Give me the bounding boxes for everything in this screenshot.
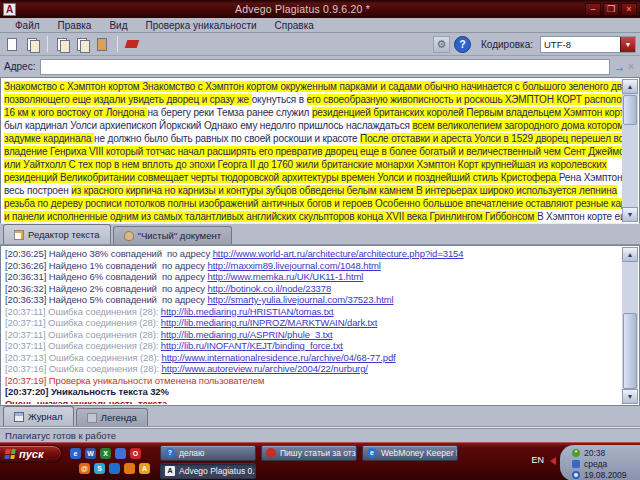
system-tray: * 20:38 среда 19.08.2009 xyxy=(560,445,640,480)
language-indicator[interactable]: EN xyxy=(531,455,544,465)
go-arrow-icon[interactable]: → xyxy=(613,60,625,74)
quick-launch: eWXO @SA xyxy=(70,446,156,476)
log-entry-error: [20:37:13] Ошибка соединения (28): http:… xyxy=(5,352,622,364)
paste-icon[interactable] xyxy=(94,36,111,53)
editor-scrollbar[interactable]: ▲ ▼ xyxy=(622,79,638,222)
taskbar: пуск eWXO @SA ?делаюПишу статьи за отз..… xyxy=(0,442,640,480)
encoding-value: UTF-8 xyxy=(541,37,620,52)
journal-tab-icon xyxy=(14,412,24,422)
clear-icon[interactable]: × xyxy=(628,61,634,72)
tab-label: Редактор текста xyxy=(28,229,100,240)
document-line: Знакомство с Хэмптон кортом Знакомство с… xyxy=(4,80,622,93)
clock-weekday: среда xyxy=(584,459,607,469)
excel-icon[interactable]: X xyxy=(100,448,111,459)
toolbar-separator xyxy=(117,36,118,52)
webmoney-agent-icon[interactable]: * xyxy=(572,449,580,457)
close-button[interactable]: × xyxy=(621,3,637,16)
settings-gear-icon[interactable]: ⚙ xyxy=(433,36,450,53)
tab-Редактор текста[interactable]: Редактор текста xyxy=(3,224,111,244)
tab-label: "Чистый" документ xyxy=(138,230,221,241)
address-input[interactable] xyxy=(40,59,610,75)
result-link[interactable]: http://lib.ru/INOFANT/KEJT/binding_force… xyxy=(161,340,343,351)
start-button[interactable]: пуск xyxy=(0,445,62,463)
taskbar-button-Пишу статьи за отз...[interactable]: Пишу статьи за отз... xyxy=(261,445,357,461)
address-row: Адрес: → × xyxy=(0,56,640,77)
help-icon[interactable]: ? xyxy=(454,36,471,53)
tab-Легенда[interactable]: Легенда xyxy=(76,408,148,426)
menu-item-Справка[interactable]: Справка xyxy=(266,20,323,31)
restore-button[interactable]: ❒ xyxy=(603,3,619,16)
log-entry-result: [20:37:20] Уникальность текста 32% xyxy=(5,386,622,398)
media-player-icon[interactable] xyxy=(109,463,120,474)
result-link[interactable]: http://www.internationalresidence.ru/arc… xyxy=(162,352,396,363)
mail-icon[interactable]: @ xyxy=(79,463,90,474)
cut-icon[interactable] xyxy=(54,36,71,53)
check-uniqueness-icon[interactable] xyxy=(124,36,141,53)
scroll-thumb[interactable] xyxy=(623,95,637,125)
result-link[interactable]: http://www.world-art.ru/architecture/arc… xyxy=(213,248,464,259)
document-line: весь построен из красного кирпича но кар… xyxy=(4,184,622,197)
task-row1: ?делаюПишу статьи за отз...eWebMoney Kee… xyxy=(160,445,458,461)
result-link[interactable]: http://smarty-yulia.livejournal.com/3752… xyxy=(208,294,394,305)
result-link[interactable]: http://botinok.co.il/node/23378 xyxy=(208,283,332,294)
document-line: задумке кардинала не должно было быть ра… xyxy=(4,132,622,145)
taskbar-button-делаю[interactable]: ?делаю xyxy=(160,445,256,461)
result-link[interactable]: http://lib.mediaring.ru/ASPRIN/phule_3.t… xyxy=(161,329,333,340)
scroll-down-icon[interactable]: ▼ xyxy=(622,389,638,404)
clock-time: 20:38 xyxy=(584,448,605,458)
minimize-button[interactable]: – xyxy=(585,3,601,16)
menu-item-Файл[interactable]: Файл xyxy=(6,20,49,31)
word-icon[interactable]: W xyxy=(85,448,96,459)
firefox-icon[interactable] xyxy=(124,463,135,474)
result-link[interactable]: http://www.autoreview.ru/archive/2004/22… xyxy=(162,363,368,374)
app-icon: A xyxy=(3,3,16,16)
result-link[interactable]: http://lib.mediaring.ru/HRISTIAN/tomas.t… xyxy=(161,306,334,317)
tab-"Чистый" документ[interactable]: "Чистый" документ xyxy=(113,226,232,244)
log-entry-error: [20:37:11] Ошибка соединения (28): http:… xyxy=(5,329,622,341)
scroll-up-icon[interactable]: ▲ xyxy=(622,247,638,262)
result-link[interactable]: http://lib.mediaring.ru/INPROZ/MARKTWAIN… xyxy=(161,317,377,328)
task-buttons: ?делаюПишу статьи за отз...eWebMoney Kee… xyxy=(160,445,458,480)
menu-item-Проверка уникальности[interactable]: Проверка уникальности xyxy=(136,20,265,31)
result-link[interactable]: http://www.memka.ru/UK/UK11-1.html xyxy=(208,271,364,282)
scroll-up-icon[interactable]: ▲ xyxy=(622,79,638,94)
scroll-down-icon[interactable]: ▼ xyxy=(622,207,638,222)
taskbar-button-label: делаю xyxy=(179,448,204,458)
toolbar-separator xyxy=(47,36,48,52)
skype-icon[interactable]: S xyxy=(94,463,105,474)
clock-icon[interactable] xyxy=(572,471,580,479)
new-document-icon[interactable] xyxy=(4,36,21,53)
chevron-down-icon[interactable]: ▼ xyxy=(620,37,635,52)
text-editor-content[interactable]: Знакомство с Хэмптон кортом Знакомство с… xyxy=(2,79,622,222)
tab-label: Журнал xyxy=(28,411,63,422)
document-line: был кардинал Уолси архиепископ Йоркский … xyxy=(4,119,622,132)
log-entry-found: [20:36:33] Найдено 5% совпадений по адре… xyxy=(5,294,622,306)
log-panel: [20:36:25] Найдено 38% совпадений по адр… xyxy=(0,245,640,406)
log-scrollbar[interactable]: ▲ ▼ xyxy=(622,247,638,404)
menu-item-Правка[interactable]: Правка xyxy=(49,20,101,31)
opera-icon[interactable]: O xyxy=(130,448,141,459)
scroll-thumb[interactable] xyxy=(623,313,637,389)
paint-icon[interactable] xyxy=(115,448,126,459)
copy-icon[interactable] xyxy=(74,36,91,53)
tray-app-icon[interactable] xyxy=(572,460,580,468)
result-link[interactable]: http://maxxim89.livejournal.com/1048.htm… xyxy=(208,260,381,271)
clock-date: 19.08.2009 xyxy=(584,470,627,480)
open-document-icon[interactable] xyxy=(24,36,41,53)
taskbar-button-WebMoney Keeper Li...[interactable]: eWebMoney Keeper Li... xyxy=(362,445,458,461)
taskbar-button-Advego Plagiatus 0.9...[interactable]: AAdvego Plagiatus 0.9... xyxy=(160,463,256,479)
tab-Журнал[interactable]: Журнал xyxy=(3,406,74,426)
antivirus-icon[interactable]: A xyxy=(139,463,150,474)
tray-collapse-icon[interactable] xyxy=(550,457,556,465)
taskbar-button-label: Пишу статьи за отз... xyxy=(280,448,357,458)
log-entry-verdict: Очень низкая уникальность текста xyxy=(5,398,622,405)
clean-doc-tab-icon xyxy=(124,231,134,241)
document-line: владение Генриха VIII который тотчас нач… xyxy=(4,145,622,158)
internet-explorer-icon[interactable]: e xyxy=(70,448,81,459)
menu-item-Вид[interactable]: Вид xyxy=(100,20,136,31)
address-label: Адрес: xyxy=(4,61,35,72)
encoding-select[interactable]: UTF-8 ▼ xyxy=(540,36,636,53)
windows-flag-icon xyxy=(4,449,15,459)
text-editor[interactable]: Знакомство с Хэмптон кортом Знакомство с… xyxy=(0,77,640,224)
tab-label: Легенда xyxy=(101,412,137,423)
